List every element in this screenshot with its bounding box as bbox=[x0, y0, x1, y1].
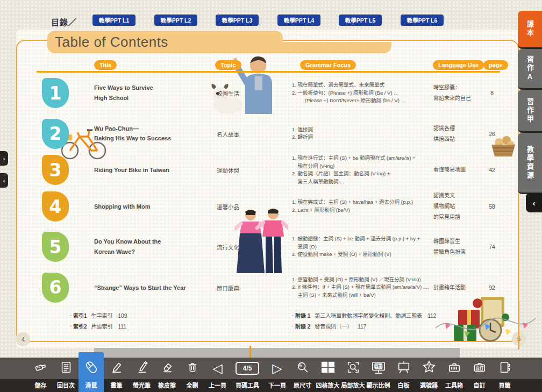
lesson-title: Do You Know About the Korean Wave? bbox=[94, 237, 210, 256]
page-title: Table of Contents bbox=[47, 31, 283, 53]
toolbox-icon bbox=[447, 360, 461, 376]
magnifier-percent-icon bbox=[296, 360, 310, 376]
photo-student-and-dog bbox=[198, 54, 295, 114]
left-panel-collapse-button[interactable]: ‹ bbox=[0, 173, 8, 188]
book-page-spread: Table of Contents Title Topic Grammar Fo… bbox=[16, 30, 519, 348]
lesson-grammar-focus: 1. 現在簡單式、過去簡單式、未來簡單式2. 一般祈使句：(Please +) … bbox=[292, 81, 436, 105]
lesson-grammar-focus: 1. 現在完成式：主詞 (S) + have/has + 過去分詞 (p.p.)… bbox=[292, 198, 436, 214]
lesson-grammar-focus: 1. 現在進行式：主詞 (S) + be 動詞現在式 (am/are/is) +… bbox=[292, 154, 436, 186]
lesson-number: 5 bbox=[42, 232, 69, 262]
lesson-page-number: 8 bbox=[481, 90, 503, 96]
lesson-language-use: 韓國練習生體驗角色扮演 bbox=[433, 236, 481, 258]
lesson-title: Shopping with Mom bbox=[94, 202, 210, 212]
appendix-entry-2: ‧ 附錄 2發音規則（一）117 bbox=[292, 322, 366, 330]
ppt-l6-button[interactable]: 教學PPT L6 bbox=[401, 15, 444, 26]
trash-icon bbox=[186, 360, 199, 376]
photo-bread-basket bbox=[488, 133, 518, 159]
lesson-topic: 流行文化 bbox=[217, 243, 268, 251]
column-header-grammar-focus: Grammar Focus bbox=[300, 60, 356, 70]
delete-all-button[interactable]: 全刪 bbox=[180, 358, 205, 392]
page-indicator[interactable]: 4/5 bbox=[236, 362, 260, 375]
lesson-page-number: 42 bbox=[481, 167, 503, 173]
photo-hanbok-couple bbox=[234, 208, 288, 276]
ppt-l1-button[interactable]: 教學PPT L1 bbox=[92, 15, 136, 26]
lesson-grammar-focus: 1. 連接詞2. 轉折詞 bbox=[292, 126, 436, 141]
usb-save-icon bbox=[34, 360, 48, 376]
lesson-language-use: 看懂簡易地圖 bbox=[433, 165, 481, 175]
left-panel-expand-button[interactable]: › bbox=[0, 151, 8, 166]
index-entry-2: ‧ 索引2片語索引111 bbox=[70, 322, 126, 330]
star-icon bbox=[422, 360, 437, 377]
ppt-l5-button[interactable]: 教學PPT L5 bbox=[339, 15, 382, 26]
quad-zoom-button[interactable]: 四格放大 bbox=[315, 358, 340, 392]
ppt-l3-button[interactable]: 教學PPT L3 bbox=[216, 15, 259, 26]
ebook-reader-window: 目錄／ 教學PPT L1 教學PPT L2 教學PPT L3 教學PPT L4 … bbox=[0, 0, 542, 392]
lesson-page-number: 92 bbox=[481, 284, 503, 290]
previous-page-button[interactable]: ◁ 上一頁 bbox=[205, 358, 230, 392]
lesson-page-number: 58 bbox=[481, 204, 503, 210]
number-picker-button[interactable]: 7 選號器 bbox=[416, 358, 441, 392]
ppt-button-row: 教學PPT L1 教學PPT L2 教學PPT L3 教學PPT L4 教學PP… bbox=[0, 15, 542, 26]
column-header-title: Title bbox=[94, 60, 117, 70]
tab-workbook-a[interactable]: 習作A bbox=[518, 49, 542, 90]
lesson-topic: 運動休閒 bbox=[217, 166, 268, 174]
lesson-number: 3 bbox=[42, 155, 69, 185]
monitor-icon bbox=[371, 360, 386, 376]
eraser-tool-button[interactable]: 橡皮擦 bbox=[154, 358, 180, 392]
lesson-topic: 校園生活 bbox=[217, 89, 268, 97]
triangle-left-icon: ◁ bbox=[212, 362, 222, 375]
lesson-topic: 溫馨小品 bbox=[217, 203, 268, 211]
original-size-button[interactable]: % 原尺寸 bbox=[290, 358, 315, 392]
index-entry-1: ‧ 索引1生字索引109 bbox=[70, 311, 127, 319]
lesson-number: 4 bbox=[42, 191, 69, 222]
whiteboard-icon bbox=[397, 360, 411, 376]
lesson-language-use: 認識各種烘焙西點 bbox=[433, 123, 481, 145]
lesson-number: 1 bbox=[42, 78, 69, 108]
lesson-language-use: 計畫跨年活動 bbox=[433, 282, 481, 293]
lesson-title: “Strange” Ways to Start the Year bbox=[94, 282, 210, 293]
highlighter-tool-button[interactable]: 螢光筆 bbox=[129, 358, 154, 392]
triangle-right-icon: ▷ bbox=[272, 362, 282, 375]
highlighter-icon bbox=[135, 360, 149, 376]
four-pane-grid-icon bbox=[320, 360, 336, 376]
display-ratio-button[interactable]: 固定 顯示比例 bbox=[366, 358, 391, 392]
lesson-title: Five Ways to Survive High School bbox=[94, 83, 210, 103]
whiteboard-button[interactable]: 白板 bbox=[391, 358, 416, 392]
sidebar-collapse-button[interactable]: ‹ bbox=[526, 193, 542, 212]
lesson-page-number: 26 bbox=[481, 131, 503, 137]
pen-tool-button[interactable]: 畫筆 bbox=[104, 358, 129, 392]
magnifier-brackets-icon bbox=[346, 360, 360, 376]
lesson-language-use: 時空膠囊：寫給未來的自己 bbox=[433, 82, 481, 104]
chevron-left-icon: ‹ bbox=[3, 177, 5, 184]
tab-textbook[interactable]: 課本 bbox=[518, 11, 542, 49]
pencil-icon bbox=[110, 360, 124, 376]
lesson-topic: 名人故事 bbox=[217, 130, 268, 138]
tabbed-book-icon bbox=[498, 360, 512, 376]
next-page-button[interactable]: ▷ 下一頁 bbox=[265, 358, 290, 392]
tab-workbook-jia[interactable]: 習作甲 bbox=[518, 90, 542, 133]
lesson-page-number: 74 bbox=[481, 244, 503, 250]
partial-zoom-button[interactable]: 局部放大 bbox=[340, 358, 366, 392]
chevron-left-icon: ‹ bbox=[533, 198, 536, 208]
list-icon bbox=[59, 360, 73, 376]
custom-case-icon bbox=[473, 360, 487, 376]
lesson-number: 2 bbox=[42, 119, 69, 149]
lesson-title: Wu Pao-Chun— Baking His Way to Success bbox=[94, 124, 210, 144]
back-to-toc-button[interactable]: 回目次 bbox=[53, 358, 79, 392]
ppt-l4-button[interactable]: 教學PPT L4 bbox=[277, 15, 320, 26]
save-button[interactable]: 儲存 bbox=[28, 358, 53, 392]
page-spine-line bbox=[249, 346, 251, 358]
page-tabs-button[interactable]: 頁籤 bbox=[492, 358, 517, 392]
lesson-grammar-focus: 1. 被動語態：主詞 (S) + be 動詞 + 過去分詞 (p.p.) + b… bbox=[292, 235, 436, 259]
ppt-l2-button[interactable]: 教學PPT L2 bbox=[154, 15, 197, 26]
mouse-tool-button[interactable]: 滑鼠 bbox=[79, 352, 104, 392]
lesson-title: Riding Your Bike in Taiwan bbox=[94, 165, 210, 175]
toolbox-button[interactable]: 工具箱 bbox=[441, 358, 467, 392]
tab-teaching-resources[interactable]: 教學資源 bbox=[518, 133, 542, 194]
horizontal-scrollbar[interactable] bbox=[94, 348, 460, 358]
page-number-tool[interactable]: 4/5 頁碼工具 bbox=[230, 358, 265, 392]
lesson-grammar-focus: 1. 感官動詞 + 受詞 (O) + 原形動詞 (V) ／現在分詞 (V-ing… bbox=[292, 275, 436, 299]
custom-button[interactable]: 自訂 自訂 bbox=[467, 358, 492, 392]
column-header-topic: Topic bbox=[215, 60, 241, 70]
bottom-toolbar: 儲存 回目次 滑鼠 畫筆 螢光筆 bbox=[0, 358, 542, 392]
